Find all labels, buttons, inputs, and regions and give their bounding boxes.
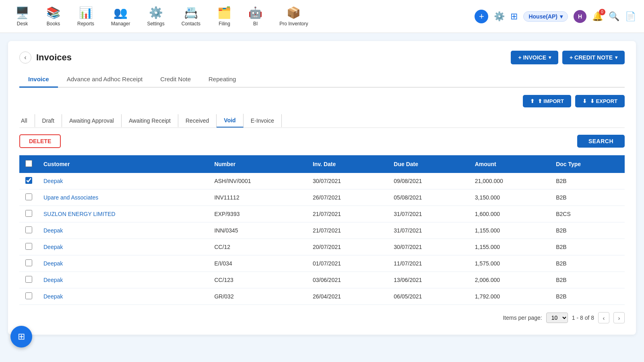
nav-item-manager[interactable]: 👥Manager	[104, 3, 137, 30]
row-customer-6[interactable]: Deepak	[38, 272, 208, 288]
row-customer-5[interactable]: Deepak	[38, 255, 208, 272]
row-due-date-1: 05/08/2021	[388, 189, 469, 206]
grid-icon[interactable]: ⊞	[510, 11, 518, 22]
inv-date-header: Inv. Date	[307, 155, 388, 173]
search-icon[interactable]: 🔍	[609, 11, 619, 22]
fab-button[interactable]: ⊞	[10, 326, 32, 348]
row-number-7: GR/032	[208, 288, 307, 305]
row-amount-2: 1,600.000	[469, 206, 550, 222]
top-navigation: 🖥️Desk📚Books📊Reports👥Manager⚙️Settings📇C…	[0, 0, 644, 33]
import-button[interactable]: ⬆ ⬆ IMPORT	[523, 95, 571, 107]
action-row: ⬆ ⬆ IMPORT ⬇ ⬇ EXPORT	[19, 95, 625, 107]
row-customer-0[interactable]: Deepak	[38, 173, 208, 189]
nav-item-books[interactable]: 📚Books	[39, 3, 68, 30]
row-checkbox-1[interactable]	[25, 193, 32, 200]
back-button[interactable]: ‹	[19, 51, 31, 64]
tab-credit_note[interactable]: Credit Note	[151, 72, 200, 88]
row-checkbox-7[interactable]	[25, 292, 32, 299]
nav-item-settings[interactable]: ⚙️Settings	[140, 3, 171, 30]
row-checkbox-cell-3[interactable]	[19, 222, 38, 239]
row-doc-type-7: B2B	[550, 288, 625, 305]
avatar[interactable]: H	[574, 10, 586, 23]
row-doc-type-5: B2B	[550, 255, 625, 272]
filter-tab-einvoice[interactable]: E-Invoice	[244, 114, 282, 127]
row-number-1: INV11112	[208, 189, 307, 206]
page-info: 1 - 8 of 8	[572, 315, 594, 321]
add-credit-note-button[interactable]: + CREDIT NOTE ▾	[562, 51, 625, 64]
nav-items: 🖥️Desk📚Books📊Reports👥Manager⚙️Settings📇C…	[8, 3, 475, 30]
filter-tab-awaiting_approval[interactable]: Awaiting Approval	[62, 114, 122, 127]
nav-item-contacts[interactable]: 📇Contacts	[174, 3, 208, 30]
credit-caret-icon: ▾	[615, 55, 617, 60]
select-all-header[interactable]	[19, 155, 38, 173]
filter-tab-awaiting_receipt[interactable]: Awaiting Receipt	[122, 114, 178, 127]
per-page-select[interactable]: 10 20 50	[546, 313, 568, 323]
nav-item-bi[interactable]: 🤖BI	[241, 3, 270, 30]
notification-button[interactable]: 🔔 0	[592, 11, 603, 22]
row-customer-7[interactable]: Deepak	[38, 288, 208, 305]
filter-tab-draft[interactable]: Draft	[35, 114, 62, 127]
row-checkbox-0[interactable]	[25, 177, 32, 184]
row-amount-4: 1,155.000	[469, 239, 550, 255]
doc-type-header: Doc Type	[550, 155, 625, 173]
customer-link-4[interactable]: Deepak	[43, 244, 63, 250]
search-button[interactable]: SEARCH	[577, 135, 625, 148]
export-button[interactable]: ⬇ ⬇ EXPORT	[575, 95, 625, 107]
next-page-button[interactable]: ›	[613, 312, 625, 323]
settings-label: Settings	[147, 21, 164, 27]
row-amount-5: 1,575.000	[469, 255, 550, 272]
row-customer-3[interactable]: Deepak	[38, 222, 208, 239]
row-inv-date-6: 03/06/2021	[307, 272, 388, 288]
row-checkbox-cell-2[interactable]	[19, 206, 38, 222]
row-checkbox-5[interactable]	[25, 259, 32, 266]
nav-item-desk[interactable]: 🖥️Desk	[8, 3, 37, 30]
customer-link-1[interactable]: Upare and Associates	[43, 194, 98, 201]
pro_inventory-label: Pro Inventory	[279, 21, 308, 27]
row-customer-2[interactable]: SUZLON ENERGY LIMITED	[38, 206, 208, 222]
row-number-6: CC/123	[208, 272, 307, 288]
main-content: ‹ Invoices + INVOICE ▾ + CREDIT NOTE ▾ I…	[0, 33, 644, 362]
add-button[interactable]: +	[475, 10, 488, 23]
row-checkbox-cell-6[interactable]	[19, 272, 38, 288]
nav-item-pro_inventory[interactable]: 📦Pro Inventory	[272, 3, 315, 30]
row-customer-4[interactable]: Deepak	[38, 239, 208, 255]
filter-tab-received[interactable]: Received	[178, 114, 217, 127]
tab-invoice[interactable]: Invoice	[19, 72, 58, 88]
nav-item-reports[interactable]: 📊Reports	[70, 3, 101, 30]
customer-link-5[interactable]: Deepak	[43, 260, 63, 267]
prev-page-button[interactable]: ‹	[598, 312, 609, 323]
row-checkbox-6[interactable]	[25, 276, 32, 283]
row-checkbox-cell-7[interactable]	[19, 288, 38, 305]
row-checkbox-cell-5[interactable]	[19, 255, 38, 272]
customer-link-3[interactable]: Deepak	[43, 227, 63, 234]
add-invoice-button[interactable]: + INVOICE ▾	[511, 51, 558, 64]
customer-header: Customer	[38, 155, 208, 173]
row-customer-1[interactable]: Upare and Associates	[38, 189, 208, 206]
row-checkbox-cell-4[interactable]	[19, 239, 38, 255]
house-selector[interactable]: House(AP) ▾	[523, 11, 568, 22]
row-checkbox-4[interactable]	[25, 243, 32, 250]
row-checkbox-cell-0[interactable]	[19, 173, 38, 189]
add-credit-label: + CREDIT NOTE	[570, 54, 613, 61]
filter-tabs: AllDraftAwaiting ApprovalAwaiting Receip…	[19, 114, 625, 128]
customer-link-0[interactable]: Deepak	[43, 178, 63, 184]
row-checkbox-cell-1[interactable]	[19, 189, 38, 206]
invoice-card: ‹ Invoices + INVOICE ▾ + CREDIT NOTE ▾ I…	[8, 41, 636, 335]
tab-advance[interactable]: Advance and Adhoc Receipt	[58, 72, 151, 88]
delete-button[interactable]: DELETE	[19, 134, 61, 148]
filter-tab-void[interactable]: Void	[217, 114, 243, 128]
select-all-checkbox[interactable]	[25, 160, 32, 167]
row-checkbox-3[interactable]	[25, 226, 32, 233]
amount-header: Amount	[469, 155, 550, 173]
customer-link-6[interactable]: Deepak	[43, 277, 63, 283]
filter-tab-all[interactable]: All	[19, 114, 35, 127]
customer-link-2[interactable]: SUZLON ENERGY LIMITED	[43, 211, 116, 217]
row-inv-date-5: 01/07/2021	[307, 255, 388, 272]
row-checkbox-2[interactable]	[25, 210, 32, 217]
document-icon[interactable]: 📄	[625, 11, 636, 22]
settings-icon[interactable]: ⚙️	[494, 11, 505, 22]
customer-link-7[interactable]: Deepak	[43, 293, 63, 300]
nav-item-filing[interactable]: 🗂️Filing	[210, 3, 239, 30]
row-number-3: INN/0345	[208, 222, 307, 239]
tab-repeating[interactable]: Repeating	[200, 72, 245, 88]
